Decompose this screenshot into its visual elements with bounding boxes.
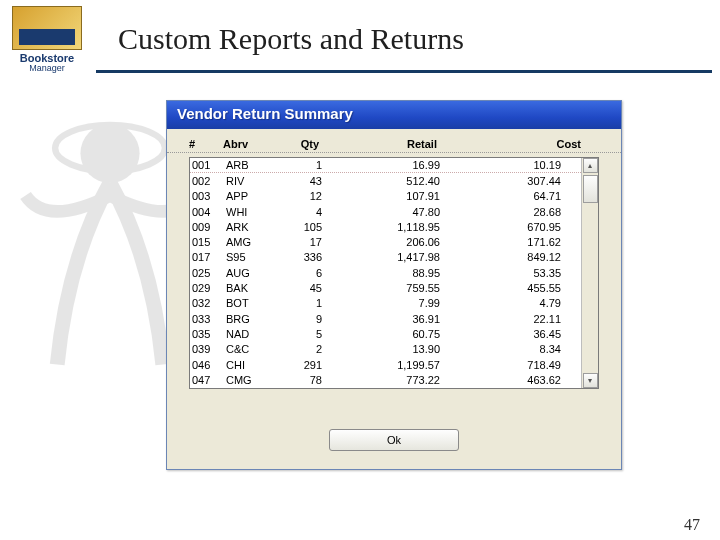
cell-cost: 4.79 [448,297,579,309]
col-header-abrv[interactable]: Abrv [223,138,271,150]
cell-retail: 16.99 [328,159,448,171]
cell-retail: 47.80 [328,206,448,218]
cell-cost: 28.68 [448,206,579,218]
table-row[interactable]: 047CMG78773.22463.62 [190,372,581,387]
scroll-thumb[interactable] [583,175,598,203]
cell-num: 002 [192,175,226,187]
table-row[interactable]: 009ARK1051,118.95670.95 [190,219,581,234]
cell-retail: 1,417.98 [328,251,448,263]
cell-qty: 45 [274,282,328,294]
table-row[interactable]: 017S953361,417.98849.12 [190,250,581,265]
cell-num: 009 [192,221,226,233]
ok-button[interactable]: Ok [329,429,459,451]
window-titlebar[interactable]: Vendor Return Summary [167,101,621,129]
cell-cost: 670.95 [448,221,579,233]
table-row[interactable]: 003APP12107.9164.71 [190,189,581,204]
cell-retail: 36.91 [328,313,448,325]
cell-retail: 13.90 [328,343,448,355]
cell-qty: 17 [274,236,328,248]
col-header-cost[interactable]: Cost [445,138,599,150]
cell-qty: 2 [274,343,328,355]
title-divider [96,70,712,73]
table-row[interactable]: 035NAD560.7536.45 [190,326,581,341]
cell-qty: 291 [274,359,328,371]
brand-logo: Bookstore Manager [6,6,88,78]
table-row[interactable]: 032BOT17.994.79 [190,296,581,311]
table-row[interactable]: 001ARB116.9910.19 [190,158,581,173]
cell-num: 039 [192,343,226,355]
cell-cost: 307.44 [448,175,579,187]
cell-cost: 455.55 [448,282,579,294]
page-title: Custom Reports and Returns [118,22,464,56]
cell-qty: 12 [274,190,328,202]
table-row[interactable]: 004WHI447.8028.68 [190,204,581,219]
cell-num: 035 [192,328,226,340]
cell-cost: 36.45 [448,328,579,340]
cell-cost: 171.62 [448,236,579,248]
cell-abrv: CHI [226,359,274,371]
cell-num: 032 [192,297,226,309]
cell-retail: 206.06 [328,236,448,248]
scroll-up-icon[interactable]: ▴ [583,158,598,173]
cell-qty: 5 [274,328,328,340]
cell-qty: 4 [274,206,328,218]
scroll-down-icon[interactable]: ▾ [583,373,598,388]
cell-cost: 463.62 [448,374,579,386]
data-grid[interactable]: 001ARB116.9910.19002RIV43512.40307.44003… [190,158,581,388]
cell-qty: 105 [274,221,328,233]
cell-num: 001 [192,159,226,171]
scrollbar[interactable]: ▴ ▾ [581,158,598,388]
svg-point-1 [55,125,165,171]
table-row[interactable]: 002RIV43512.40307.44 [190,173,581,188]
cell-abrv: AUG [226,267,274,279]
cell-retail: 7.99 [328,297,448,309]
cell-cost: 849.12 [448,251,579,263]
cell-abrv: ARB [226,159,274,171]
cell-abrv: ARK [226,221,274,233]
cell-abrv: AMG [226,236,274,248]
cell-num: 029 [192,282,226,294]
cell-abrv: APP [226,190,274,202]
logo-icon [12,6,82,50]
col-header-qty[interactable]: Qty [271,138,325,150]
cell-qty: 1 [274,159,328,171]
table-headers: # Abrv Qty Retail Cost [167,129,621,153]
cell-abrv: RIV [226,175,274,187]
cell-retail: 512.40 [328,175,448,187]
cell-abrv: WHI [226,206,274,218]
cell-qty: 9 [274,313,328,325]
vendor-return-window: Vendor Return Summary # Abrv Qty Retail … [166,100,622,470]
table-row[interactable]: 015AMG17206.06171.62 [190,234,581,249]
cell-num: 003 [192,190,226,202]
cell-abrv: BRG [226,313,274,325]
cell-qty: 6 [274,267,328,279]
cell-retail: 88.95 [328,267,448,279]
cell-num: 033 [192,313,226,325]
cell-num: 004 [192,206,226,218]
table-row[interactable]: 025AUG688.9553.35 [190,265,581,280]
cell-cost: 8.34 [448,343,579,355]
logo-text-line2: Manager [6,63,88,73]
col-header-retail[interactable]: Retail [325,138,445,150]
table-row[interactable]: 033BRG936.9122.11 [190,311,581,326]
cell-retail: 60.75 [328,328,448,340]
page-number: 47 [684,516,700,534]
table-row[interactable]: 046CHI2911,199.57718.49 [190,357,581,372]
col-header-num[interactable]: # [189,138,223,150]
cell-retail: 759.55 [328,282,448,294]
cell-num: 017 [192,251,226,263]
cell-num: 047 [192,374,226,386]
table-row[interactable]: 029BAK45759.55455.55 [190,280,581,295]
cell-cost: 718.49 [448,359,579,371]
cell-cost: 22.11 [448,313,579,325]
cell-qty: 336 [274,251,328,263]
cell-cost: 10.19 [448,159,579,171]
table-row[interactable]: 039C&C213.908.34 [190,342,581,357]
cell-cost: 53.35 [448,267,579,279]
cell-abrv: CMG [226,374,274,386]
cell-retail: 1,118.95 [328,221,448,233]
cell-abrv: BAK [226,282,274,294]
cell-cost: 64.71 [448,190,579,202]
cell-num: 025 [192,267,226,279]
svg-point-0 [80,124,139,183]
